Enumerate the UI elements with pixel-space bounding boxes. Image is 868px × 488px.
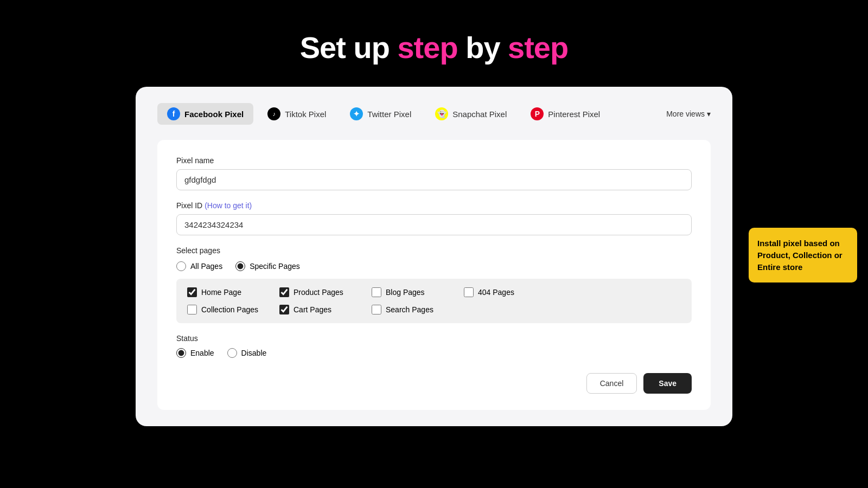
headline-middle: by	[458, 30, 508, 65]
checkbox-404-pages-input[interactable]	[464, 287, 474, 297]
headline-word1: step	[397, 30, 457, 65]
checkbox-404-pages[interactable]: 404 Pages	[464, 287, 551, 297]
status-disable[interactable]: Disable	[227, 348, 267, 358]
status-section: Status Enable Disable	[176, 334, 692, 358]
pixel-id-group: Pixel ID (How to get it)	[176, 201, 692, 235]
select-pages-label: Select pages	[176, 246, 692, 255]
checkbox-search-pages[interactable]: Search Pages	[372, 305, 458, 314]
checkbox-home-page-label: Home Page	[201, 288, 241, 297]
pages-grid: Home Page Product Pages Blog Pages 404 P…	[176, 279, 692, 323]
status-enable-label: Enable	[190, 349, 214, 357]
status-label: Status	[176, 334, 692, 343]
tab-pinterest-label: Pinterest Pixel	[548, 110, 600, 119]
tab-facebook[interactable]: f Facebook Pixel	[157, 103, 253, 125]
main-container: Install pixel based on Product, Collecti…	[136, 87, 732, 426]
radio-all-pages-input[interactable]	[176, 261, 186, 271]
facebook-icon: f	[167, 107, 180, 120]
pixel-id-link[interactable]: (How to get it)	[205, 201, 252, 210]
checkbox-collection-pages[interactable]: Collection Pages	[187, 305, 274, 314]
tab-facebook-label: Facebook Pixel	[184, 110, 244, 119]
tooltip-text: Install pixel based on Product, Collecti…	[757, 239, 843, 272]
pixel-name-input[interactable]	[176, 169, 692, 190]
tiktok-icon: ♪	[267, 107, 280, 120]
checkbox-product-pages-input[interactable]	[279, 287, 289, 297]
checkbox-cart-pages-label: Cart Pages	[293, 305, 331, 314]
tab-snapchat[interactable]: 👻 Snapchat Pixel	[425, 103, 516, 125]
radio-specific-pages[interactable]: Specific Pages	[235, 261, 300, 271]
more-views-label: More views	[666, 110, 705, 118]
checkbox-cart-pages-input[interactable]	[279, 305, 289, 314]
checkbox-product-pages[interactable]: Product Pages	[279, 287, 366, 297]
checkbox-collection-pages-input[interactable]	[187, 305, 197, 314]
save-button[interactable]: Save	[643, 373, 692, 394]
pixel-name-label: Pixel name	[176, 156, 692, 165]
checkbox-blog-pages-input[interactable]	[372, 287, 381, 297]
checkbox-blog-pages-label: Blog Pages	[386, 288, 425, 297]
status-enable[interactable]: Enable	[176, 348, 214, 358]
tab-snapchat-label: Snapchat Pixel	[452, 110, 507, 119]
status-enable-input[interactable]	[176, 348, 186, 358]
radio-row: All Pages Specific Pages	[176, 261, 692, 271]
tab-bar: f Facebook Pixel ♪ Tiktok Pixel ✦ Twitte…	[157, 103, 711, 125]
action-row: Cancel Save	[176, 373, 692, 394]
checkbox-search-pages-label: Search Pages	[386, 305, 433, 314]
snapchat-icon: 👻	[435, 107, 448, 120]
radio-all-pages[interactable]: All Pages	[176, 261, 222, 271]
checkbox-collection-pages-label: Collection Pages	[201, 305, 258, 314]
tab-twitter[interactable]: ✦ Twitter Pixel	[340, 103, 421, 125]
twitter-icon: ✦	[350, 107, 363, 120]
page-headline: Set up step by step	[300, 30, 568, 65]
pixel-id-input[interactable]	[176, 214, 692, 235]
checkbox-home-page-input[interactable]	[187, 287, 197, 297]
checkbox-404-pages-label: 404 Pages	[478, 288, 514, 297]
pinterest-icon: P	[531, 107, 544, 120]
tab-tiktok-label: Tiktok Pixel	[285, 110, 326, 119]
card: f Facebook Pixel ♪ Tiktok Pixel ✦ Twitte…	[136, 87, 732, 426]
tooltip-box: Install pixel based on Product, Collecti…	[749, 228, 857, 282]
headline-prefix: Set up	[300, 30, 398, 65]
pixel-id-label: Pixel ID (How to get it)	[176, 201, 692, 210]
tab-pinterest[interactable]: P Pinterest Pixel	[521, 103, 610, 125]
radio-specific-pages-label: Specific Pages	[250, 262, 300, 271]
tab-tiktok[interactable]: ♪ Tiktok Pixel	[258, 103, 336, 125]
tab-twitter-label: Twitter Pixel	[367, 110, 411, 119]
chevron-down-icon: ▾	[707, 110, 711, 118]
checkbox-home-page[interactable]: Home Page	[187, 287, 274, 297]
more-views-button[interactable]: More views ▾	[666, 110, 711, 118]
checkbox-search-pages-input[interactable]	[372, 305, 381, 314]
checkbox-blog-pages[interactable]: Blog Pages	[372, 287, 458, 297]
form-area: Pixel name Pixel ID (How to get it) Sele…	[157, 140, 711, 410]
checkbox-cart-pages[interactable]: Cart Pages	[279, 305, 366, 314]
radio-specific-pages-input[interactable]	[235, 261, 245, 271]
checkbox-product-pages-label: Product Pages	[293, 288, 343, 297]
headline-word2: step	[508, 30, 568, 65]
status-radio-row: Enable Disable	[176, 348, 692, 358]
status-disable-input[interactable]	[227, 348, 237, 358]
cancel-button[interactable]: Cancel	[586, 373, 637, 394]
radio-all-pages-label: All Pages	[190, 262, 222, 271]
status-disable-label: Disable	[241, 349, 267, 357]
pixel-name-group: Pixel name	[176, 156, 692, 190]
select-pages-group: Select pages All Pages Specific Pages Ho…	[176, 246, 692, 323]
